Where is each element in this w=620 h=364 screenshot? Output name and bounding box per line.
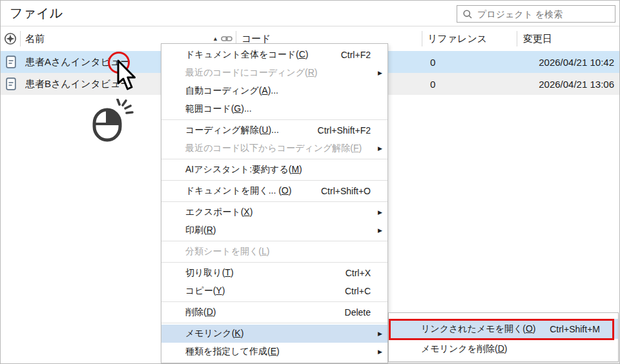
access-key: D <box>498 343 504 354</box>
submenu-arrow-icon: ▶ <box>378 349 382 355</box>
submenu-arrow-icon: ▶ <box>378 209 382 216</box>
menu-item-uncode[interactable]: コーディング解除(U)... Ctrl+Shift+F2 <box>161 121 388 139</box>
menu-item-export[interactable]: エクスポート(X) ▶ <box>161 203 388 221</box>
column-header-references[interactable]: リファレンス <box>422 31 517 46</box>
search-input[interactable] <box>477 9 610 19</box>
menu-item-copy[interactable]: コピー(Y) Ctrl+C <box>161 282 388 300</box>
menu-item-uncode-from-recent-codes[interactable]: 最近のコード以下からコーディング解除(F) ▶ <box>161 139 388 157</box>
menu-item-label: 分類シートを開く(L) <box>185 246 269 258</box>
classification-icon <box>3 32 17 46</box>
sort-ascending-icon: ▲ <box>212 36 218 42</box>
submenu-arrow-icon: ▶ <box>378 227 382 234</box>
access-key: K <box>234 328 240 338</box>
column-label-name: 名前 <box>25 33 45 45</box>
submenu-arrow-icon: ▶ <box>378 70 382 76</box>
access-key: L <box>262 246 267 256</box>
menu-item-label: エクスポート(X) <box>185 207 253 218</box>
menu-item-label: 種類を指定して作成(E) <box>185 346 280 358</box>
menu-item-label: 最近のコード以下からコーディング解除(F) <box>185 143 362 154</box>
menu-item-label: ドキュメントを開く... (O) <box>185 185 291 197</box>
red-highlight-box-annotation <box>389 319 614 340</box>
menu-separator <box>161 241 388 241</box>
menu-item-range-code[interactable]: 範囲コード(G)... <box>161 100 388 118</box>
column-label-modified: 変更日 <box>523 33 552 45</box>
column-header-modified[interactable]: 変更日 <box>517 31 619 46</box>
classification-column-header[interactable] <box>1 31 21 46</box>
menu-item-label: 切り取り(T) <box>185 267 234 279</box>
access-key: C <box>299 49 305 59</box>
menu-separator <box>161 180 388 181</box>
link-icon <box>221 35 232 42</box>
menu-shortcut: Ctrl+C <box>336 286 371 296</box>
access-key: T <box>225 267 231 278</box>
menu-item-code-at-recent-codes[interactable]: 最近のコードにコーディング(R) ▶ <box>161 64 388 82</box>
menu-separator <box>161 323 388 323</box>
menu-shortcut: Ctrl+F2 <box>332 50 371 60</box>
menu-item-code-entire-document[interactable]: ドキュメント全体をコード(C) Ctrl+F2 <box>161 46 388 64</box>
access-key: X <box>243 207 249 217</box>
menu-separator <box>161 159 388 159</box>
access-key: M <box>291 164 299 174</box>
menu-item-label: コーディング解除(U)... <box>185 125 279 136</box>
right-click-mouse-icon <box>87 99 134 143</box>
menu-separator <box>161 201 388 202</box>
file-references: 0 <box>422 79 517 90</box>
menu-separator <box>161 262 388 263</box>
file-references: 0 <box>422 57 517 68</box>
menu-shortcut: Ctrl+Shift+F2 <box>309 125 371 136</box>
menu-item-open-classification-sheet[interactable]: 分類シートを開く(L) <box>161 243 388 261</box>
sort-indicators: ▲ <box>212 35 236 42</box>
menu-item-label: 自動コーディング(A)... <box>185 85 278 97</box>
access-key: D <box>207 307 213 317</box>
menu-item-label: メモリンクを削除(D) <box>421 343 507 355</box>
access-key: R <box>308 67 315 77</box>
menu-separator <box>161 301 388 302</box>
access-key: Y <box>216 285 222 296</box>
page-title: ファイル <box>10 1 63 25</box>
access-key: E <box>271 346 276 356</box>
menu-item-label: 範囲コード(G)... <box>185 103 252 115</box>
menu-item-auto-code[interactable]: 自動コーディング(A)... <box>161 82 388 100</box>
access-key: G <box>234 103 241 114</box>
menu-item-label: 印刷(R) <box>185 225 216 236</box>
access-key: F <box>353 143 359 153</box>
mouse-cursor-icon <box>116 59 138 92</box>
menu-shortcut: Ctrl+Shift+O <box>312 186 371 196</box>
menu-item-create-as-type[interactable]: 種類を指定して作成(E) ▶ <box>161 343 388 361</box>
document-icon <box>6 56 16 68</box>
access-key: O <box>282 185 289 196</box>
menu-item-ai-assistant-summarize[interactable]: AIアシスタント:要約する(M) <box>161 161 388 179</box>
file-modified-date: 2026/04/21 10:42 <box>517 57 619 68</box>
project-search-box[interactable] <box>457 5 615 23</box>
menu-item-label: 最近のコードにコーディング(R) <box>185 67 317 79</box>
access-key: R <box>207 225 213 235</box>
menu-item-label: ドキュメント全体をコード(C) <box>185 49 308 61</box>
menu-item-cut[interactable]: 切り取り(T) Ctrl+X <box>161 264 388 282</box>
search-icon <box>462 9 473 19</box>
menu-item-delete[interactable]: 削除(D) Delete <box>161 303 388 321</box>
submenu-arrow-icon: ▶ <box>378 330 382 337</box>
access-key: U <box>262 125 268 135</box>
menu-item-memo-link[interactable]: メモリンク(K) ▶ <box>161 325 388 343</box>
row-icon-cell <box>1 77 21 90</box>
row-icon-cell <box>1 56 21 68</box>
menu-item-open-document[interactable]: ドキュメントを開く... (O) Ctrl+Shift+O <box>161 182 388 200</box>
menu-item-label: 削除(D) <box>185 307 216 318</box>
title-bar: ファイル <box>1 1 619 26</box>
file-list-window: ファイル 名前 ▲ <box>0 0 620 364</box>
access-key: A <box>262 85 267 96</box>
menu-shortcut: Delete <box>336 307 371 318</box>
file-modified-date: 2026/04/21 13:06 <box>517 79 619 90</box>
submenu-arrow-icon: ▶ <box>378 145 382 152</box>
submenu-item-delete-memo-link[interactable]: メモリンクを削除(D) <box>389 339 618 359</box>
menu-separator <box>161 119 388 120</box>
context-menu: ドキュメント全体をコード(C) Ctrl+F2 最近のコードにコーディング(R)… <box>161 43 388 363</box>
menu-item-label: メモリンク(K) <box>185 328 243 339</box>
menu-shortcut: Ctrl+X <box>336 268 371 278</box>
column-label-references: リファレンス <box>428 33 487 45</box>
menu-item-label: コピー(Y) <box>185 285 225 297</box>
document-icon <box>6 77 16 90</box>
menu-item-label: AIアシスタント:要約する(M) <box>185 164 302 176</box>
menu-item-print[interactable]: 印刷(R) ▶ <box>161 221 388 239</box>
